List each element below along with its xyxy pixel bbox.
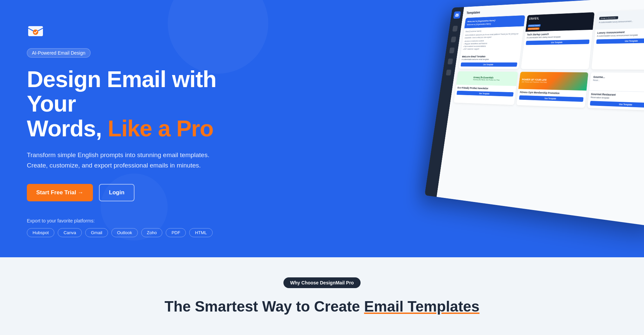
platform-zoho[interactable]: Zoho (141, 228, 163, 237)
welcome-card-subtitle: A customizable welcome email template (460, 58, 520, 62)
template-grid: Welcome to [Organization Name]! Welcome … (454, 9, 644, 111)
luxury-badge: Design is Announce... (599, 16, 618, 20)
eco-use-template-btn[interactable]: Use Template (457, 90, 514, 96)
template-card-fitness: POWER UP YOUR LIFE Join Fitness and Tran… (516, 72, 588, 108)
platform-canva[interactable]: Canva (58, 228, 82, 237)
luxury-use-template-btn[interactable]: Use Template (596, 38, 644, 44)
bottom-headline: The Smartest Way to Create Email Templat… (165, 298, 480, 315)
mock-icon-settings (449, 48, 454, 53)
login-button[interactable]: Login (99, 184, 135, 201)
export-section: Export to your favorite platforms: Hubsp… (27, 218, 235, 237)
logo-icon (27, 23, 44, 38)
logo-area (27, 23, 235, 38)
platform-hubspot[interactable]: Hubspot (27, 228, 54, 237)
bottom-section: Why Choose DesignMail Pro The Smartest W… (0, 257, 644, 335)
tech-card-header: UNVEIL Predictive Analytics Smart Automa… (526, 12, 595, 31)
app-screenshot-mock: Templates Welcome to [Organization Name]… (425, 0, 644, 227)
welcome-card-title: Welcome Email Template (460, 53, 520, 58)
tech-use-template-btn[interactable]: Use Template (526, 40, 589, 45)
platform-outlook[interactable]: Outlook (111, 228, 138, 237)
restaurant-use-template-btn[interactable]: Use Template (590, 101, 644, 108)
export-label: Export to your favorite platforms: (27, 218, 235, 223)
headline-line1: Design Email with Your (27, 66, 216, 116)
mock-icon-user (446, 70, 451, 76)
hero-headline: Design Email with Your Words, Like a Pro (27, 67, 235, 141)
template-card-restaurant: Gourme... Reser... Gourmet Restaurant Re… (587, 72, 644, 111)
hero-screenshot: Templates Welcome to [Organization Name]… (425, 0, 644, 227)
mock-main-content: Templates Welcome to [Organization Name]… (437, 0, 644, 227)
why-choose-badge: Why Choose DesignMail Pro (283, 277, 361, 288)
platform-tags: Hubspot Canva Gmail Outlook Zoho PDF HTM… (27, 228, 235, 237)
template-card-eco: GreenLife Essentials Nurturing the Plane… (454, 71, 518, 105)
platform-pdf[interactable]: PDF (166, 228, 186, 237)
hero-subtext: Transform simple English prompts into st… (27, 150, 221, 171)
platform-gmail[interactable]: Gmail (85, 228, 108, 237)
start-trial-button[interactable]: Start Free Trial → (27, 184, 93, 201)
svg-point-1 (33, 29, 38, 35)
eco-card-header: GreenLife Essentials Nurturing the Plane… (456, 71, 518, 86)
unveiled-text: UNVEIL (529, 17, 540, 20)
bottom-headline-underline: Email Templates (364, 298, 480, 315)
ai-badge: AI-Powered Email Design (27, 48, 91, 58)
template-card-tech: UNVEIL Predictive Analytics Smart Automa… (521, 12, 595, 69)
platform-html[interactable]: HTML (189, 228, 212, 237)
hero-content: AI-Powered Email Design Design Email wit… (0, 13, 235, 237)
mock-icon-home (452, 26, 458, 31)
template-card-luxury: Design is Announce... A customizable lux… (591, 9, 644, 70)
template-card-welcome: Welcome to [Organization Name]! Welcome … (459, 15, 525, 69)
welcome-use-template-btn[interactable]: Use Template (461, 62, 517, 67)
mock-icon-templates (451, 37, 456, 42)
svg-rect-2 (455, 14, 459, 17)
headline-line2-plain: Words, (27, 116, 108, 141)
mock-icon-export (447, 59, 453, 64)
welcome-card-body: Dear [Customer Name], We're thrilled to … (461, 26, 524, 54)
fitness-use-template-btn[interactable]: Use Template (519, 95, 583, 102)
hero-section: AI-Powered Email Design Design Email wit… (0, 0, 644, 257)
cta-row: Start Free Trial → Login (27, 184, 235, 201)
fitness-card-header: POWER UP YOUR LIFE Join Fitness and Tran… (518, 72, 588, 90)
restaurant-card-header: Gourme... Reser... (589, 72, 644, 92)
mock-logo (453, 11, 461, 19)
headline-highlight: Like a Pro (108, 116, 213, 141)
bottom-headline-text: The Smartest Way to Create (165, 298, 364, 315)
luxury-card-header: Design is Announce... A customizable lux… (595, 9, 644, 30)
